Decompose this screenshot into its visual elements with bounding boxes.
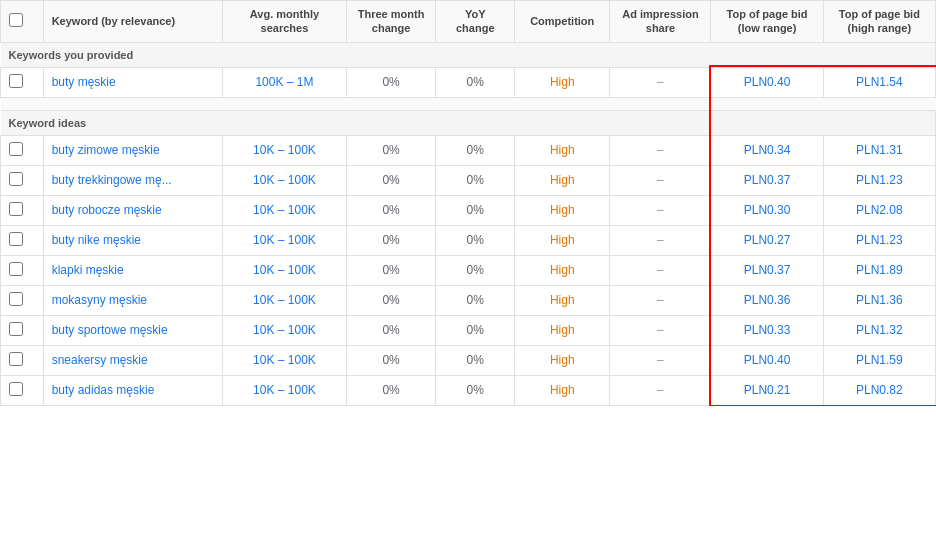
- competition-cell: High: [515, 345, 610, 375]
- ad-impression-cell: –: [610, 255, 711, 285]
- three-month-cell: 0%: [346, 225, 436, 255]
- section-ideas-label: Keyword ideas: [1, 110, 936, 135]
- three-month-cell: 0%: [346, 135, 436, 165]
- section-provided-header: Keywords you provided: [1, 42, 936, 67]
- bid-low-cell: PLN0.21: [711, 375, 823, 405]
- keyword-cell: buty trekkingowe mę...: [43, 165, 223, 195]
- row-checkbox-cell[interactable]: [1, 225, 44, 255]
- row-checkbox[interactable]: [9, 262, 23, 276]
- bid-high-cell: PLN1.36: [823, 285, 935, 315]
- row-checkbox-cell[interactable]: [1, 255, 44, 285]
- ad-impression-cell: –: [610, 135, 711, 165]
- three-month-header: Three month change: [346, 1, 436, 43]
- avg-monthly-cell: 10K – 100K: [223, 135, 346, 165]
- competition-cell: High: [515, 225, 610, 255]
- row-checkbox-cell[interactable]: [1, 285, 44, 315]
- three-month-cell: 0%: [346, 285, 436, 315]
- keyword-link[interactable]: buty męskie: [52, 75, 116, 89]
- ad-impression-cell: –: [610, 345, 711, 375]
- idea-row: mokasyny męskie 10K – 100K 0% 0% High – …: [1, 285, 936, 315]
- ad-impression-cell: –: [610, 375, 711, 405]
- row-checkbox[interactable]: [9, 232, 23, 246]
- idea-row: buty sportowe męskie 10K – 100K 0% 0% Hi…: [1, 315, 936, 345]
- bid-low-cell: PLN0.27: [711, 225, 823, 255]
- three-month-cell: 0%: [346, 315, 436, 345]
- keyword-column-header: Keyword (by relevance): [43, 1, 223, 43]
- bid-high-cell: PLN1.32: [823, 315, 935, 345]
- row-checkbox-cell[interactable]: [1, 195, 44, 225]
- yoy-cell: 0%: [436, 225, 515, 255]
- avg-monthly-cell: 10K – 100K: [223, 225, 346, 255]
- bid-high-cell: PLN2.08: [823, 195, 935, 225]
- row-checkbox[interactable]: [9, 74, 23, 88]
- competition-cell: High: [515, 255, 610, 285]
- competition-label: Competition: [530, 15, 594, 27]
- yoy-cell: 0%: [436, 135, 515, 165]
- idea-row: buty nike męskie 10K – 100K 0% 0% High –…: [1, 225, 936, 255]
- row-checkbox[interactable]: [9, 322, 23, 336]
- ad-impression-label: Ad impression share: [622, 8, 698, 34]
- keyword-link[interactable]: sneakersy męskie: [52, 353, 148, 367]
- row-checkbox-cell[interactable]: [1, 375, 44, 405]
- yoy-cell: 0%: [436, 255, 515, 285]
- three-month-cell: 0%: [346, 345, 436, 375]
- bid-low-cell: PLN0.34: [711, 135, 823, 165]
- avg-monthly-cell: 10K – 100K: [223, 195, 346, 225]
- row-checkbox[interactable]: [9, 352, 23, 366]
- row-checkbox[interactable]: [9, 292, 23, 306]
- keyword-cell: buty zimowe męskie: [43, 135, 223, 165]
- bid-low-label: Top of page bid (low range): [727, 8, 808, 34]
- keyword-link[interactable]: buty robocze męskie: [52, 203, 162, 217]
- row-checkbox[interactable]: [9, 382, 23, 396]
- row-checkbox[interactable]: [9, 172, 23, 186]
- competition-cell: High: [515, 285, 610, 315]
- yoy-cell: 0%: [436, 285, 515, 315]
- keyword-cell: sneakersy męskie: [43, 345, 223, 375]
- keyword-link[interactable]: buty trekkingowe mę...: [52, 173, 172, 187]
- three-month-cell: 0%: [346, 375, 436, 405]
- keyword-link[interactable]: klapki męskie: [52, 263, 124, 277]
- keyword-cell: klapki męskie: [43, 255, 223, 285]
- table-header-row: Keyword (by relevance) Avg. monthly sear…: [1, 1, 936, 43]
- yoy-cell: 0%: [436, 315, 515, 345]
- keyword-link[interactable]: buty sportowe męskie: [52, 323, 168, 337]
- yoy-label: YoY change: [456, 8, 495, 34]
- row-checkbox[interactable]: [9, 202, 23, 216]
- select-all-checkbox[interactable]: [9, 13, 23, 27]
- competition-cell: High: [515, 375, 610, 405]
- keyword-table-wrapper: Keyword (by relevance) Avg. monthly sear…: [0, 0, 936, 406]
- row-checkbox-cell[interactable]: [1, 315, 44, 345]
- row-checkbox[interactable]: [9, 142, 23, 156]
- bid-high-cell: PLN1.59: [823, 345, 935, 375]
- keyword-link[interactable]: buty adidas męskie: [52, 383, 155, 397]
- keyword-cell: buty robocze męskie: [43, 195, 223, 225]
- ad-impression-cell: –: [610, 195, 711, 225]
- bid-high-cell: PLN1.23: [823, 165, 935, 195]
- ad-impression-cell: –: [610, 315, 711, 345]
- bid-low-cell: PLN0.33: [711, 315, 823, 345]
- three-month-label: Three month change: [358, 8, 425, 34]
- row-checkbox-cell[interactable]: [1, 67, 44, 97]
- row-checkbox-cell[interactable]: [1, 135, 44, 165]
- bid-low-cell: PLN0.37: [711, 255, 823, 285]
- bid-high-cell: PLN1.23: [823, 225, 935, 255]
- yoy-cell: 0%: [436, 375, 515, 405]
- ad-impression-cell: –: [610, 165, 711, 195]
- keyword-cell: buty męskie: [43, 67, 223, 97]
- avg-monthly-label: Avg. monthly searches: [250, 8, 319, 34]
- ad-impression-header: Ad impression share: [610, 1, 711, 43]
- keyword-link[interactable]: buty nike męskie: [52, 233, 141, 247]
- avg-monthly-cell: 100K – 1M: [223, 67, 346, 97]
- keyword-header-label: Keyword (by relevance): [52, 15, 176, 27]
- keyword-cell: mokasyny męskie: [43, 285, 223, 315]
- keyword-link[interactable]: mokasyny męskie: [52, 293, 147, 307]
- row-checkbox-cell[interactable]: [1, 165, 44, 195]
- avg-monthly-cell: 10K – 100K: [223, 285, 346, 315]
- keyword-link[interactable]: buty zimowe męskie: [52, 143, 160, 157]
- row-checkbox-cell[interactable]: [1, 345, 44, 375]
- bid-low-cell: PLN0.40: [711, 67, 823, 97]
- bid-high-label: Top of page bid (high range): [839, 8, 920, 34]
- provided-row: buty męskie 100K – 1M 0% 0% High – PLN0.…: [1, 67, 936, 97]
- checkbox-header[interactable]: [1, 1, 44, 43]
- avg-monthly-cell: 10K – 100K: [223, 375, 346, 405]
